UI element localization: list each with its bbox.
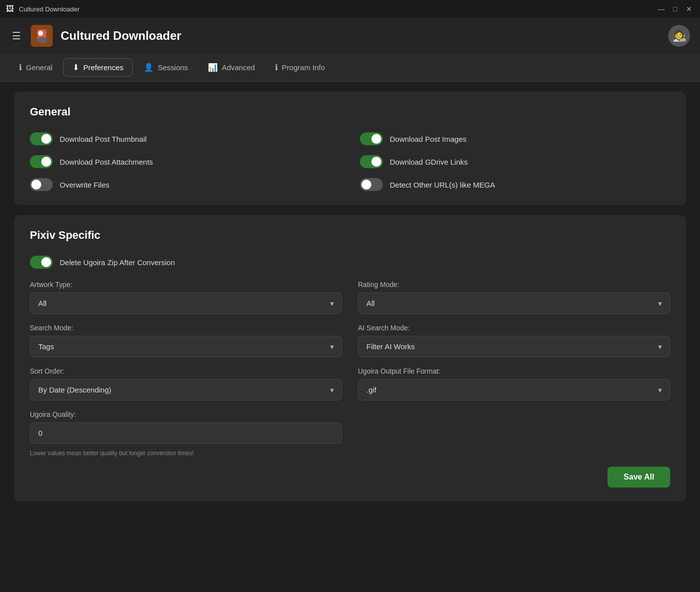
advanced-tab-icon: 📊 [208, 63, 218, 72]
toggle-track-images [360, 132, 383, 145]
toggle-label-detect-urls: Detect Other URL(s) like MEGA [390, 181, 495, 189]
tab-program-info[interactable]: ℹ Program Info [266, 59, 334, 76]
sessions-tab-label: Sessions [158, 63, 188, 72]
toggle-thumb-images [371, 134, 381, 144]
form-group-search-mode: Search Mode: Tags Title & Caption Exact … [30, 324, 342, 357]
title-bar: 🖼 Cultured Downloader — □ ✕ [0, 0, 700, 18]
pixiv-section-title: Pixiv Specific [30, 229, 670, 242]
app-title: Cultured Downloader [61, 29, 660, 43]
toggle-thumb-attachments [41, 157, 51, 167]
form-group-ugoira-quality: Ugoira Quality: Lower values mean better… [30, 410, 342, 457]
tab-advanced[interactable]: 📊 Advanced [199, 59, 264, 76]
toggle-row-detect-urls: Detect Other URL(s) like MEGA [360, 178, 670, 191]
ugoira-quality-label: Ugoira Quality: [30, 410, 342, 418]
advanced-tab-label: Advanced [222, 63, 255, 72]
toggle-label-images: Download Post Images [390, 135, 466, 143]
app-logo: 🎴 [31, 25, 53, 47]
form-row-sort-ugoira-format: Sort Order: By Date (Descending) By Date… [30, 367, 670, 400]
maximize-button[interactable]: □ [670, 4, 680, 14]
toggle-row-attachments: Download Post Attachments [30, 155, 340, 168]
toggle-row-delete-ugoira: Delete Ugoira Zip After Conversion [30, 256, 670, 269]
close-button[interactable]: ✕ [684, 4, 694, 14]
nav-tabs: ℹ General ⬇ Preferences 👤 Sessions 📊 Adv… [0, 54, 700, 82]
artwork-type-label: Artwork Type: [30, 281, 342, 289]
toggle-track-delete-ugoira [30, 256, 53, 269]
artwork-type-select[interactable]: All Illustrations Manga Ugoira [30, 293, 342, 314]
ai-search-mode-select[interactable]: Filter AI Works Show Only AI Works Show … [358, 336, 670, 357]
toggle-track-thumbnail [30, 132, 53, 145]
tab-general[interactable]: ℹ General [10, 59, 61, 76]
toggle-label-attachments: Download Post Attachments [60, 158, 153, 166]
toggle-track-attachments [30, 155, 53, 168]
toggle-thumb-gdrive [371, 157, 381, 167]
form-row-ugoira-quality: Ugoira Quality: Lower values mean better… [30, 410, 670, 457]
save-all-button[interactable]: Save All [608, 467, 670, 488]
ugoira-quality-hint: Lower values mean better quality but lon… [30, 450, 342, 457]
pixiv-section-card: Pixiv Specific Delete Ugoira Zip After C… [14, 215, 686, 501]
user-avatar[interactable]: 🧑‍🎨 [668, 25, 690, 47]
sort-order-select-wrapper: By Date (Descending) By Date (Ascending)… [30, 379, 342, 400]
form-row-search-ai: Search Mode: Tags Title & Caption Exact … [30, 324, 670, 357]
general-tab-icon: ℹ [19, 63, 22, 72]
sessions-tab-icon: 👤 [144, 63, 154, 72]
form-group-ai-search-mode: AI Search Mode: Filter AI Works Show Onl… [358, 324, 670, 357]
search-mode-select-wrapper: Tags Title & Caption Exact Tag Match ▼ [30, 336, 342, 357]
general-toggles-grid: Download Post Thumbnail Download Post Im… [30, 132, 670, 191]
toggle-download-thumbnail[interactable] [30, 132, 53, 145]
toggle-download-gdrive[interactable] [360, 155, 383, 168]
program-info-tab-label: Program Info [282, 63, 325, 72]
general-section-title: General [30, 105, 670, 118]
toggle-row-thumbnail: Download Post Thumbnail [30, 132, 340, 145]
toggle-row-gdrive: Download GDrive Links [360, 155, 670, 168]
save-btn-container: Save All [30, 467, 670, 488]
app-icon: 🖼 [6, 4, 15, 13]
ugoira-quality-input[interactable] [30, 422, 342, 444]
logo-icon: 🎴 [34, 29, 49, 43]
form-group-rating-mode: Rating Mode: All Safe R-18 ▼ [358, 281, 670, 314]
toggle-delete-ugoira[interactable] [30, 256, 53, 269]
toggle-download-images[interactable] [360, 132, 383, 145]
minimize-button[interactable]: — [656, 4, 666, 14]
toggle-thumb-overwrite [31, 180, 41, 190]
title-bar-controls: — □ ✕ [656, 4, 694, 14]
preferences-tab-icon: ⬇ [73, 63, 79, 72]
artwork-type-select-wrapper: All Illustrations Manga Ugoira ▼ [30, 293, 342, 314]
avatar-emoji: 🧑‍🎨 [673, 29, 686, 42]
toggle-track-gdrive [360, 155, 383, 168]
app-header: ☰ 🎴 Cultured Downloader 🧑‍🎨 [0, 18, 700, 54]
rating-mode-select[interactable]: All Safe R-18 [358, 293, 670, 314]
toggle-thumb-delete-ugoira [41, 257, 51, 267]
toggle-label-gdrive: Download GDrive Links [390, 158, 468, 166]
main-content: General Download Post Thumbnail Down [0, 82, 700, 592]
rating-mode-select-wrapper: All Safe R-18 ▼ [358, 293, 670, 314]
ugoira-output-select-wrapper: .gif .apng .webp ▼ [358, 379, 670, 400]
sort-order-select[interactable]: By Date (Descending) By Date (Ascending)… [30, 379, 342, 400]
toggle-thumb-detect-urls [361, 180, 371, 190]
toggle-label-overwrite: Overwrite Files [60, 181, 109, 189]
search-mode-select[interactable]: Tags Title & Caption Exact Tag Match [30, 336, 342, 357]
form-group-ugoira-output: Ugoira Output File Format: .gif .apng .w… [358, 367, 670, 400]
toggle-label-delete-ugoira: Delete Ugoira Zip After Conversion [60, 258, 175, 267]
toggle-thumb-thumbnail [41, 134, 51, 144]
toggle-track-overwrite [30, 178, 53, 191]
ugoira-output-select[interactable]: .gif .apng .webp [358, 379, 670, 400]
title-bar-left: 🖼 Cultured Downloader [6, 4, 80, 13]
sort-order-label: Sort Order: [30, 367, 342, 375]
toggle-label-thumbnail: Download Post Thumbnail [60, 135, 147, 143]
program-info-tab-icon: ℹ [275, 63, 278, 72]
toggle-row-images: Download Post Images [360, 132, 670, 145]
tab-sessions[interactable]: 👤 Sessions [135, 59, 197, 76]
preferences-tab-label: Preferences [83, 63, 123, 72]
toggle-detect-urls[interactable] [360, 178, 383, 191]
toggle-download-attachments[interactable] [30, 155, 53, 168]
hamburger-menu-button[interactable]: ☰ [10, 28, 23, 44]
search-mode-label: Search Mode: [30, 324, 342, 332]
ugoira-output-label: Ugoira Output File Format: [358, 367, 670, 375]
toggle-track-detect-urls [360, 178, 383, 191]
rating-mode-label: Rating Mode: [358, 281, 670, 289]
form-row-artwork-rating: Artwork Type: All Illustrations Manga Ug… [30, 281, 670, 314]
title-bar-text: Cultured Downloader [19, 5, 80, 13]
toggle-overwrite-files[interactable] [30, 178, 53, 191]
tab-preferences[interactable]: ⬇ Preferences [63, 58, 133, 77]
ai-search-mode-label: AI Search Mode: [358, 324, 670, 332]
